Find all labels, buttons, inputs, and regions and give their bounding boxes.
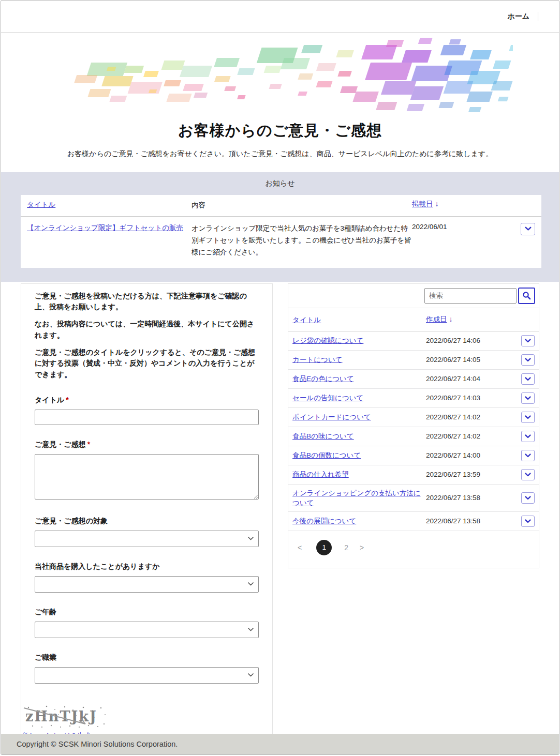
feedback-title-link[interactable]: 食品Eの色について (292, 375, 354, 383)
feedback-date: 2022/06/27 14:05 (426, 356, 515, 364)
page-title: お客様からのご意見・ご感想 (1, 120, 559, 141)
age-field-label: ご年齢 (35, 608, 259, 617)
chevron-down-icon (525, 226, 532, 231)
pagination-page-1[interactable]: 1 (316, 540, 332, 555)
chevron-down-icon (525, 358, 531, 362)
notice-section: お知らせ タイトル 内容 掲載日↓ 【オンラインショップ限定】ギフトセットの販売… (1, 172, 559, 282)
feedback-expand-button[interactable] (521, 412, 535, 423)
hero-section: お客様からのご意見・ご感想 お客様からのご意見・ご感想をお寄せください。頂いたご… (1, 33, 559, 159)
notice-section-title: お知らせ (21, 179, 539, 188)
sort-descending-icon: ↓ (449, 315, 453, 323)
feedback-row: ポイントカードについて 2022/06/27 14:02 (288, 408, 539, 427)
feedback-title-link[interactable]: カートについて (292, 356, 342, 364)
feedback-form-panel: ご意見・ご感想を投稿いただける方は、下記注意事項をご確認の上、投稿をお願いします… (21, 283, 273, 755)
feedback-expand-button[interactable] (521, 354, 535, 366)
feedback-row: 食品Bの味について 2022/06/27 14:02 (288, 427, 539, 446)
pagination-next[interactable]: > (358, 543, 366, 552)
feedback-date: 2022/06/27 13:58 (426, 494, 515, 502)
feedback-expand-button[interactable] (521, 335, 535, 346)
topbar-divider (538, 12, 538, 21)
feedback-row: カートについて 2022/06/27 14:05 (288, 351, 539, 370)
feedback-row: 今後の展開について 2022/06/27 13:58 (288, 512, 539, 531)
feedback-title-link[interactable]: レジ袋の確認について (292, 337, 363, 344)
feedback-title-link[interactable]: オンラインショッピングの支払い方法について (292, 489, 420, 507)
intro-paragraph: なお、投稿内容については、一定時間経過後、本サイトにて公開されます。 (35, 319, 259, 341)
notice-expand-button[interactable] (521, 223, 535, 235)
notice-table: タイトル 内容 掲載日↓ 【オンラインショップ限定】ギフトセットの販売 オンライ… (21, 195, 541, 268)
feedback-sort-date-link[interactable]: 作成日 (426, 315, 447, 323)
chevron-down-icon (525, 496, 531, 500)
sort-descending-icon: ↓ (435, 200, 439, 208)
search-input[interactable] (424, 288, 517, 304)
feedback-list-panel: タイトル 作成日↓ レジ袋の確認について 2022/06/27 14:06 カー… (288, 283, 539, 568)
notice-row: 【オンラインショップ限定】ギフトセットの販売 オンラインショップ限定で当社人気の… (21, 217, 541, 268)
feedback-date: 2022/06/27 14:06 (426, 337, 515, 344)
occupation-select[interactable] (35, 667, 259, 684)
feedback-expand-button[interactable] (521, 373, 535, 385)
feedback-row: セールの告知について 2022/06/27 14:03 (288, 389, 539, 408)
feedback-row: 食品Eの色について 2022/06/27 14:04 (288, 370, 539, 389)
feedback-row: オンラインショッピングの支払い方法について 2022/06/27 13:58 (288, 485, 539, 512)
search-button[interactable] (518, 288, 535, 304)
topbar: ホーム (1, 1, 559, 33)
required-mark: * (87, 440, 90, 448)
feedback-expand-button[interactable] (521, 469, 535, 480)
notice-row-date: 2022/06/01 (412, 223, 512, 231)
search-row (288, 284, 539, 308)
feedback-title-link[interactable]: ポイントカードについて (292, 413, 371, 421)
feedback-row: レジ袋の確認について 2022/06/27 14:06 (288, 331, 539, 351)
feedback-date: 2022/06/27 14:04 (426, 375, 515, 383)
chevron-down-icon (525, 453, 531, 458)
feedback-title-link[interactable]: 商品の仕入れ希望 (292, 471, 349, 478)
chevron-down-icon (525, 434, 531, 439)
purchased-field-label: 当社商品を購入したことがありますか (35, 562, 259, 571)
copyright-text: Copyright © SCSK Minori Solutions Corpor… (17, 740, 178, 748)
feedback-date: 2022/06/27 14:02 (426, 413, 515, 421)
main-content: ご意見・ご感想を投稿いただける方は、下記注意事項をご確認の上、投稿をお願いします… (1, 282, 559, 755)
feedback-expand-button[interactable] (521, 492, 535, 504)
notice-table-header: タイトル 内容 掲載日↓ (21, 195, 541, 217)
feedback-date: 2022/06/27 14:02 (426, 432, 515, 440)
purchased-select[interactable] (35, 576, 259, 593)
feedback-expand-button[interactable] (521, 450, 535, 461)
target-select[interactable] (35, 531, 259, 547)
intro-paragraph: ご意見・ご感想のタイトルをクリックすると、そのご意見・ご感想に対する投票（賛成・… (35, 347, 259, 381)
feedback-sort-title-link[interactable]: タイトル (292, 316, 321, 324)
chevron-down-icon (525, 473, 531, 477)
home-link[interactable]: ホーム (507, 12, 529, 21)
feedback-row: 食品Bの個数について 2022/06/27 14:00 (288, 446, 539, 465)
feedback-title-link[interactable]: 食品Bの味について (292, 432, 354, 440)
page: ホーム (1, 0, 559, 755)
intro-paragraph: ご意見・ご感想を投稿いただける方は、下記注意事項をご確認の上、投稿をお願いします… (35, 291, 259, 313)
footer: Copyright © SCSK Minori Solutions Corpor… (1, 734, 559, 754)
pagination-page-2[interactable]: 2 (344, 543, 348, 552)
pagination-prev[interactable]: < (296, 543, 304, 552)
feedback-date: 2022/06/27 13:58 (426, 517, 515, 525)
title-field-label: タイトル* (35, 396, 259, 405)
feedback-title-link[interactable]: 食品Bの個数について (292, 451, 361, 459)
feedback-expand-button[interactable] (521, 516, 535, 527)
feedback-date: 2022/06/27 14:00 (426, 451, 515, 459)
comment-textarea[interactable] (35, 454, 259, 500)
chevron-down-icon (525, 377, 531, 381)
form-intro: ご意見・ご感想を投稿いただける方は、下記注意事項をご確認の上、投稿をお願いします… (35, 291, 259, 381)
feedback-title-link[interactable]: 今後の展開について (292, 517, 356, 525)
required-mark: * (66, 396, 68, 404)
target-field-label: ご意見・ご感想の対象 (35, 517, 259, 526)
feedback-expand-button[interactable] (521, 431, 535, 442)
chevron-down-icon (525, 415, 531, 419)
hero-abstract-image (47, 36, 513, 118)
notice-row-title-link[interactable]: 【オンラインショップ限定】ギフトセットの販売 (27, 224, 183, 232)
feedback-title-link[interactable]: セールの告知について (292, 394, 363, 402)
chevron-down-icon (525, 519, 531, 523)
age-select[interactable] (35, 622, 259, 638)
notice-sort-title-link[interactable]: タイトル (27, 201, 55, 208)
feedback-date: 2022/06/27 13:59 (426, 471, 515, 478)
search-icon (522, 291, 531, 300)
captcha-image: zHnTJkJ (22, 703, 108, 729)
feedback-row: 商品の仕入れ希望 2022/06/27 13:59 (288, 465, 539, 485)
title-input[interactable] (35, 410, 259, 425)
page-subtitle: お客様からのご意見・ご感想をお寄せください。頂いたご意見・ご感想は、商品、サービ… (1, 149, 559, 159)
feedback-expand-button[interactable] (521, 392, 535, 404)
notice-sort-date-link[interactable]: 掲載日 (412, 200, 433, 208)
